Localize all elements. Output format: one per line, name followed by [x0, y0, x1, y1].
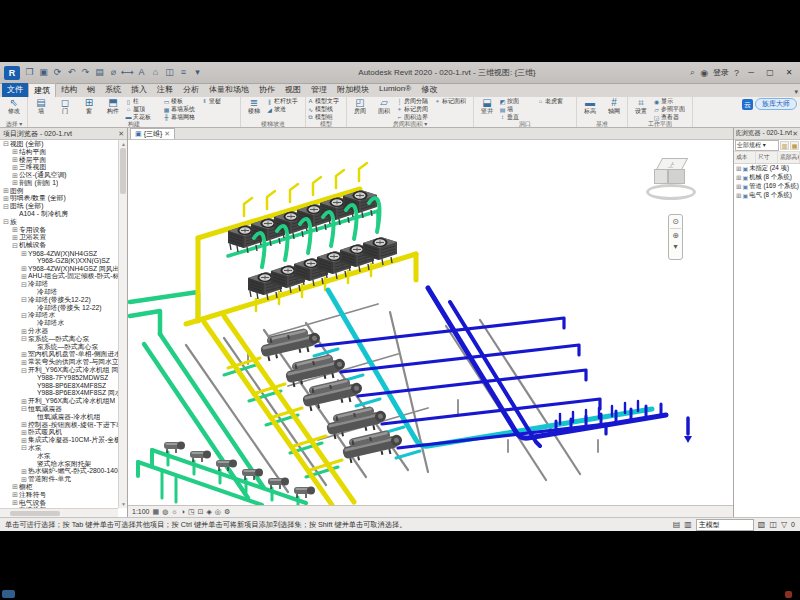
tree-item[interactable]: Y988-8P6E8X4MF8SZ	[0, 382, 118, 390]
tab-analyze[interactable]: 分析	[178, 83, 204, 97]
tree-item[interactable]: ⊞ Y968-4ZW(X)NH4GSZ	[0, 249, 118, 257]
tree-item[interactable]: ⊟ 机械设备	[0, 241, 118, 249]
tree-item[interactable]: 水泵	[0, 452, 118, 460]
background-processes-icon[interactable]: ◫	[769, 520, 777, 529]
tree-expand-icon[interactable]: ⊞	[736, 165, 741, 173]
tree-expand-icon[interactable]: ⊞	[11, 179, 19, 186]
tab-structure[interactable]: 结构	[56, 83, 82, 97]
tree-expand-icon[interactable]: ⊞	[11, 148, 19, 155]
worksets-icon[interactable]: ▤	[673, 520, 681, 529]
tree-expand-icon[interactable]: ⊞	[20, 468, 28, 475]
tree-expand-icon[interactable]: ⊞	[20, 437, 28, 444]
view-cube-front-face[interactable]	[668, 169, 685, 184]
column-header[interactable]: 底部高程	[778, 152, 800, 163]
tree-item[interactable]: ⊞ 管道附件-单元	[0, 475, 118, 483]
tree-item[interactable]: ⊞ 公区-(通风空调)	[0, 171, 118, 179]
tab-addins[interactable]: 附加模块	[332, 83, 374, 97]
tree-item[interactable]: ⊞ 常装弯头的供回水管-与回水立管接-适用M5	[0, 358, 118, 366]
tree-expand-icon[interactable]: ⊞	[11, 483, 19, 490]
tree-expand-icon[interactable]: ⊟	[2, 203, 10, 210]
tree-item[interactable]: 恒氧减震器-冷水机组	[0, 413, 118, 421]
design-options-icon[interactable]: ▥	[684, 520, 692, 529]
tree-item[interactable]: ⊞ 剖面 (剖面 1)	[0, 179, 118, 187]
tree-expand-icon[interactable]: ⊟	[20, 281, 28, 288]
ribbon-display-toggle-icon[interactable]: ▾	[794, 88, 798, 96]
scale-button[interactable]: 1:100	[132, 508, 150, 515]
tree-item[interactable]: 冷却塔	[0, 288, 118, 296]
btn-viewer[interactable]: ◲查看器	[653, 113, 691, 121]
drawing-viewport[interactable]: 上 ⊙ ⊕ ▾	[128, 140, 733, 505]
plugin-cloud-icon[interactable]: 云	[742, 99, 753, 110]
view-cube-compass[interactable]	[646, 184, 696, 200]
shadows-icon[interactable]: ◑	[181, 508, 185, 516]
plugin-button[interactable]: 族库大师	[755, 98, 797, 110]
btn-roof[interactable]: ⌂屋顶	[125, 105, 163, 113]
tree-expand-icon[interactable]: ⊟	[2, 140, 10, 147]
btn-curtain-system[interactable]: ▦幕墙系统	[163, 105, 201, 113]
tab-view[interactable]: 视图	[280, 83, 306, 97]
tree-item[interactable]: ⊞ 橱柜	[0, 483, 118, 491]
sign-in-label[interactable]: 登录	[713, 67, 729, 78]
tree-expand-icon[interactable]: ⊞	[11, 156, 19, 163]
btn-wall[interactable]: ▤墙	[29, 97, 53, 121]
tab-architecture[interactable]: 建筑	[28, 83, 56, 97]
column-header[interactable]: 尺寸	[756, 152, 778, 163]
tree-item[interactable]: ⊞ 集成式冷凝器-10CM-片景-全极管-100-175-CN	[0, 436, 118, 444]
search-icon[interactable]: ⌕	[690, 67, 695, 78]
tree-item[interactable]: ⊞ Y968-4ZW(X)NH4GSZ 回风出置	[0, 265, 118, 273]
tab-systems[interactable]: 系统	[100, 83, 126, 97]
tree-expand-icon[interactable]: ⊞	[20, 359, 28, 366]
sync-icon[interactable]: ⟳	[51, 66, 64, 79]
tab-annotate[interactable]: 注释	[152, 83, 178, 97]
project-browser-close-icon[interactable]: ✕	[118, 130, 124, 138]
btn-wall-opening[interactable]: ▤墙	[499, 105, 537, 113]
tree-item[interactable]: ⊟ 冷却塔	[0, 280, 118, 288]
btn-set-workplane[interactable]: ⌗设置	[629, 97, 653, 121]
help-icon[interactable]: ?	[734, 68, 739, 78]
crop-view-icon[interactable]: ◳	[188, 508, 195, 516]
tree-item[interactable]: ⊞ 结构平面	[0, 148, 118, 156]
zoom-icon[interactable]: ⊕	[672, 231, 679, 240]
tree-expand-icon[interactable]: ⊞	[20, 328, 28, 335]
tree-expand-icon[interactable]: ⊞	[20, 398, 28, 405]
tree-expand-icon[interactable]: ⊟	[20, 444, 28, 451]
design-option-field[interactable]: 主模型	[696, 519, 754, 531]
tree-expand-icon[interactable]: ⊟	[20, 335, 28, 342]
expand-all-icon[interactable]: ▥	[780, 141, 789, 150]
btn-vertical-opening[interactable]: ↕垂直	[499, 113, 537, 121]
tab-massing-site[interactable]: 体量和场地	[204, 83, 254, 97]
thin-lines-icon[interactable]: ≡	[177, 66, 190, 79]
tree-item[interactable]: ⊟ 水泵	[0, 444, 118, 452]
tree-expand-icon[interactable]: ⊞	[2, 187, 10, 194]
tree-item[interactable]: ⊞ 明细表/数量 (全部)	[0, 195, 118, 203]
open-icon[interactable]: ❐	[23, 66, 36, 79]
tree-item[interactable]: 竖式给水泵附托架	[0, 460, 118, 468]
btn-ceiling[interactable]: ▬天花板	[125, 113, 163, 121]
tab-file[interactable]: 文件	[2, 83, 28, 97]
selection-filter-icon[interactable]: ▽	[781, 520, 787, 529]
tab-manage[interactable]: 管理	[306, 83, 332, 97]
view-cube-left-face[interactable]	[654, 169, 668, 184]
tree-item[interactable]: ⊟ 开利_Y96X离心式冷水机组 回水出置	[0, 366, 118, 374]
sun-path-icon[interactable]: ☼	[171, 508, 177, 516]
column-header[interactable]: 成本	[734, 152, 756, 163]
tree-expand-icon[interactable]: ⊞	[11, 172, 19, 179]
visual-style-icon[interactable]: ◍	[162, 508, 168, 516]
tree-item[interactable]: ⊟ 泵系统—卧式离心泵	[0, 335, 118, 343]
redo-icon[interactable]: ↷	[79, 66, 92, 79]
btn-model-group[interactable]: ⧉模型组	[307, 113, 345, 121]
tree-item[interactable]: ⊟ 恒氧减震器	[0, 405, 118, 413]
tree-expand-icon[interactable]: ⊞	[20, 476, 28, 483]
project-browser-vscrollbar[interactable]: ▲ ▼	[118, 140, 127, 508]
btn-ramp[interactable]: ◢坡道	[266, 105, 304, 113]
tree-item[interactable]: ⊞ 图例	[0, 187, 118, 195]
btn-tag-room[interactable]: ⌖标记房间	[396, 105, 434, 113]
btn-dormer[interactable]: ⌂老虎窗	[537, 97, 575, 105]
tree-item[interactable]: ⊞ 室内机风机盘管-单相-侧面进水接口带接管	[0, 351, 118, 359]
tree-expand-icon[interactable]: ⊞	[20, 351, 28, 358]
print-icon[interactable]: ▤	[93, 66, 106, 79]
tree-item[interactable]: ⊞ 卧式暖风机	[0, 428, 118, 436]
btn-column[interactable]: ▯柱	[125, 97, 163, 105]
btn-by-face[interactable]: ◩按面	[499, 97, 537, 105]
text-icon[interactable]: A	[135, 66, 148, 79]
